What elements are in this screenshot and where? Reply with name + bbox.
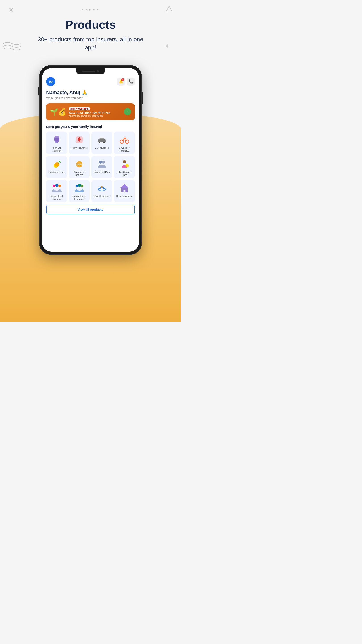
svg-point-15 — [102, 160, 105, 164]
svg-text:100%: 100% — [76, 164, 82, 166]
close-icon[interactable]: ✕ — [8, 6, 14, 14]
svg-point-6 — [103, 142, 105, 143]
notch-camera — [96, 70, 99, 72]
svg-point-23 — [81, 185, 83, 188]
phone-button[interactable]: 📞 — [127, 78, 135, 86]
product-label-two-wheeler: 2 Wheeler Insurance — [115, 146, 133, 152]
svg-marker-0 — [166, 6, 172, 11]
product-item-retirement[interactable]: Retirement Plan — [91, 156, 112, 178]
product-item-guaranteed[interactable]: 100%Guaranteed Returns — [69, 156, 90, 178]
svg-point-21 — [75, 185, 78, 188]
notch-speaker — [82, 71, 95, 72]
product-item-two-wheeler[interactable]: 2 Wheeler Insurance — [114, 132, 135, 154]
pb-logo: pb — [46, 77, 55, 86]
banner-title: New Fund Offer: Get ₹1 Crore — [69, 111, 121, 115]
greeting-text: Namaste, Anuj 🙏 — [46, 90, 135, 96]
svg-point-19 — [55, 184, 58, 187]
product-label-investment: Investment Plans — [48, 170, 65, 174]
page-title: Products — [65, 18, 115, 31]
header-icons: 🔔 1 📞 — [117, 78, 135, 86]
product-item-term-life[interactable]: Term Life Insurance — [46, 132, 67, 154]
product-icon-home — [119, 183, 130, 194]
view-all-button[interactable]: View all products — [46, 204, 135, 214]
product-label-retirement: Retirement Plan — [94, 170, 110, 174]
product-icon-child-savings — [119, 158, 130, 169]
product-icon-group-health — [74, 183, 85, 194]
sparkle-icon: ✦ — [165, 42, 170, 50]
svg-point-16 — [123, 160, 126, 163]
notification-button[interactable]: 🔔 1 — [117, 78, 125, 86]
product-label-term-life: Term Life Insurance — [48, 146, 66, 152]
product-item-home[interactable]: Home Insurance — [114, 180, 135, 202]
product-icon-car — [96, 134, 107, 145]
wave-lines-decoration — [3, 41, 21, 51]
promo-banner[interactable]: 🌱💰 ICICI PRUDENTIAL New Fund Offer: Get … — [46, 103, 135, 120]
banner-subtitle: on maturity, invest ₹10,000/month — [69, 115, 121, 117]
phone-frame: pb 🔔 1 📞 Namaste, Anuj 🙏 We're glad to h… — [39, 65, 142, 255]
product-item-health[interactable]: Health Insurance — [69, 132, 90, 154]
product-icon-family-health — [51, 183, 62, 194]
product-label-child-savings: Child Savings Plans — [115, 170, 133, 176]
product-icon-health — [74, 134, 85, 145]
product-item-travel[interactable]: Travel Insurance — [91, 180, 112, 202]
product-label-home: Home Insurance — [116, 195, 132, 198]
product-label-travel: Travel Insurance — [93, 195, 110, 198]
products-grid: Term Life InsuranceHealth InsuranceCar I… — [46, 132, 135, 202]
svg-marker-27 — [120, 184, 128, 188]
banner-icon: 🌱💰 — [50, 108, 66, 116]
page-content: Products 30+ products from top insurers,… — [0, 0, 181, 258]
svg-rect-3 — [79, 137, 80, 138]
triangle-icon — [166, 6, 173, 12]
svg-point-20 — [58, 185, 61, 188]
svg-point-5 — [98, 142, 100, 143]
app-header: pb 🔔 1 📞 — [46, 77, 135, 86]
product-label-car: Car Insurance — [95, 146, 109, 149]
greeting-subtitle: We're glad to have you back — [46, 96, 135, 100]
svg-point-14 — [99, 160, 102, 164]
svg-rect-26 — [123, 190, 126, 192]
progress-dots: ▸ ▸ ▸ ▸ ▸ — [82, 8, 99, 11]
product-item-family-health[interactable]: Family Health Insurance — [46, 180, 67, 202]
page-subtitle: 30+ products from top insurers, all in o… — [32, 35, 149, 52]
product-label-health: Health Insurance — [71, 146, 88, 149]
phone-screen-content: pb 🔔 1 📞 Namaste, Anuj 🙏 We're glad to h… — [42, 68, 139, 252]
product-icon-travel — [96, 183, 107, 194]
product-icon-guaranteed: 100% — [74, 158, 85, 169]
section-title: Let's get you & your family insured — [46, 125, 135, 128]
product-icon-retirement — [96, 158, 107, 169]
product-item-investment[interactable]: Investment Plans — [46, 156, 67, 178]
svg-rect-24 — [101, 186, 102, 188]
svg-point-22 — [78, 184, 81, 187]
banner-brand: ICICI PRUDENTIAL — [69, 107, 90, 110]
product-icon-term-life — [51, 134, 62, 145]
phone-screen-area: pb 🔔 1 📞 Namaste, Anuj 🙏 We're glad to h… — [42, 68, 139, 252]
product-icon-two-wheeler — [119, 134, 130, 145]
phone-notch — [76, 68, 105, 74]
product-label-group-health: Group Health Insurance — [70, 195, 88, 200]
product-item-child-savings[interactable]: Child Savings Plans — [114, 156, 135, 178]
banner-arrow-button[interactable]: → — [124, 108, 131, 116]
phone-mockup: pb 🔔 1 📞 Namaste, Anuj 🙏 We're glad to h… — [39, 65, 142, 258]
product-item-car[interactable]: Car Insurance — [91, 132, 112, 154]
product-icon-investment — [51, 158, 62, 169]
product-item-group-health[interactable]: Group Health Insurance — [69, 180, 90, 202]
product-label-family-health: Family Health Insurance — [48, 195, 66, 200]
product-label-guaranteed: Guaranteed Returns — [70, 170, 88, 176]
phone-side-button-right — [142, 92, 143, 104]
svg-point-18 — [52, 185, 55, 188]
notification-badge: 1 — [121, 78, 124, 82]
banner-text: ICICI PRUDENTIAL New Fund Offer: Get ₹1 … — [69, 106, 121, 118]
svg-point-17 — [125, 164, 129, 168]
